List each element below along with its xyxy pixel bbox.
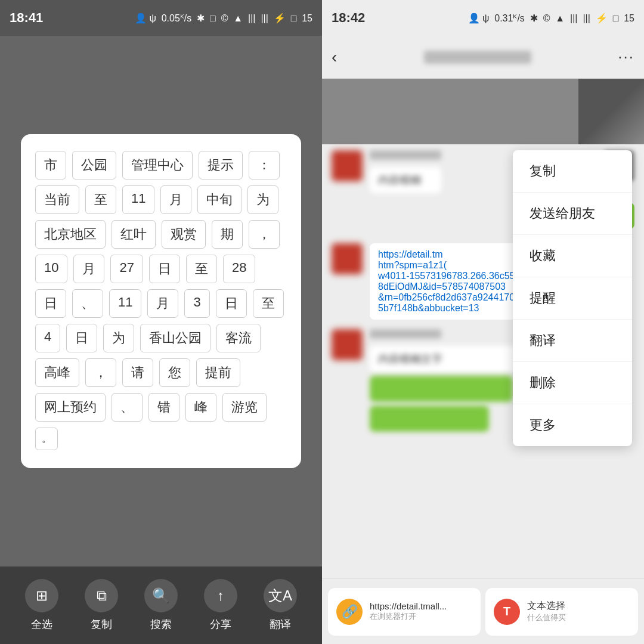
- toolbar-copy[interactable]: ⧉ 复制: [85, 579, 118, 631]
- select-all-icon[interactable]: ⊞: [25, 579, 58, 612]
- word-item[interactable]: 月: [147, 289, 178, 318]
- share-icon[interactable]: ↑: [204, 579, 237, 612]
- chat-title-blurred: [424, 51, 531, 64]
- word-item[interactable]: 4: [35, 324, 60, 352]
- word-item[interactable]: 27: [110, 255, 143, 283]
- word-item[interactable]: 日: [66, 324, 97, 352]
- word-item[interactable]: 北京地区: [35, 220, 106, 249]
- toolbar-select-all[interactable]: ⊞ 全选: [25, 579, 58, 631]
- word-item[interactable]: 28: [223, 255, 255, 283]
- text-select-button[interactable]: T 文本选择 什么值得买: [485, 588, 638, 636]
- context-menu-overlay: 复制 发送给朋友 收藏 提醒 翻译 删除 更多: [322, 79, 644, 578]
- text-icon: T: [494, 599, 520, 625]
- left-time: 18:41: [10, 10, 43, 26]
- chat-header: ‹ ···: [322, 36, 644, 79]
- word-item[interactable]: 10: [35, 255, 67, 283]
- word-item[interactable]: 您: [159, 358, 190, 387]
- word-item[interactable]: 游览: [222, 393, 267, 422]
- word-item[interactable]: 中旬: [197, 185, 242, 214]
- left-toolbar: ⊞ 全选 ⧉ 复制 🔍 搜索 ↑ 分享 文A 翻译: [0, 566, 322, 644]
- word-item[interactable]: 高峰: [35, 358, 79, 387]
- word-item[interactable]: 提前: [196, 358, 240, 387]
- word-item[interactable]: 网上预约: [35, 393, 106, 422]
- search-icon[interactable]: 🔍: [144, 579, 178, 612]
- left-panel: 18:41 👤 ψ 0.05ᴷ/s ✱ □ © ▲ ||| ||| ⚡ □ 15…: [0, 0, 322, 644]
- back-button[interactable]: ‹: [332, 48, 337, 67]
- copy-icon[interactable]: ⧉: [85, 579, 118, 612]
- link-url: https://detail.tmall...: [370, 601, 447, 611]
- translate-label: 翻译: [270, 617, 291, 631]
- word-item[interactable]: 管理中心: [122, 151, 193, 179]
- word-item[interactable]: ，: [85, 358, 116, 387]
- word-item[interactable]: 当前: [35, 185, 79, 214]
- context-menu-remind[interactable]: 提醒: [513, 277, 632, 320]
- word-item[interactable]: 峰: [185, 393, 216, 422]
- word-item[interactable]: 提示: [199, 151, 243, 179]
- word-item[interactable]: 观赏: [162, 220, 206, 249]
- context-menu: 复制 发送给朋友 收藏 提醒 翻译 删除 更多: [513, 150, 632, 446]
- more-button[interactable]: ···: [618, 48, 634, 66]
- context-menu-translate[interactable]: 翻译: [513, 320, 632, 362]
- search-label: 搜索: [150, 617, 172, 631]
- word-item[interactable]: 月: [73, 255, 104, 283]
- word-item[interactable]: 为: [247, 185, 278, 214]
- word-item[interactable]: 日: [216, 289, 247, 318]
- word-item[interactable]: 公园: [72, 151, 116, 179]
- text-sub: 什么值得买: [527, 612, 566, 623]
- toolbar-share[interactable]: ↑ 分享: [204, 579, 237, 631]
- context-menu-delete[interactable]: 删除: [513, 362, 632, 404]
- context-menu-copy[interactable]: 复制: [513, 150, 632, 193]
- open-in-browser-button[interactable]: 🔗 https://detail.tmall... 在浏览器打开: [328, 588, 481, 636]
- right-time: 18:42: [332, 10, 365, 26]
- word-item[interactable]: 月: [160, 185, 191, 214]
- toolbar-search[interactable]: 🔍 搜索: [144, 579, 178, 631]
- word-grid: 市 公园 管理中心 提示 ： 当前 至 11 月 中旬 为 北京地区 红叶 观赏…: [35, 151, 287, 450]
- copy-label: 复制: [91, 617, 112, 631]
- share-label: 分享: [210, 617, 231, 631]
- word-item[interactable]: 至: [186, 255, 217, 283]
- chat-title-area: [337, 51, 618, 64]
- word-item[interactable]: 香山公园: [140, 324, 210, 352]
- word-item[interactable]: 至: [85, 185, 116, 214]
- toolbar-translate[interactable]: 文A 翻译: [264, 579, 297, 631]
- word-item[interactable]: 11: [122, 185, 154, 214]
- word-item-dot[interactable]: 。: [35, 428, 58, 450]
- link-text-area: https://detail.tmall... 在浏览器打开: [370, 601, 472, 622]
- status-bar-right: 18:42 👤 ψ 0.31ᴷ/s ✱ © ▲ ||| ||| ⚡ □ 15: [322, 0, 644, 36]
- translate-icon[interactable]: 文A: [264, 579, 297, 612]
- right-panel: 18:42 👤 ψ 0.31ᴷ/s ✱ © ▲ ||| ||| ⚡ □ 15 ‹…: [322, 0, 644, 644]
- word-selection-card: 市 公园 管理中心 提示 ： 当前 至 11 月 中旬 为 北京地区 红叶 观赏…: [21, 134, 301, 468]
- word-item[interactable]: 、: [72, 289, 103, 318]
- select-all-label: 全选: [31, 617, 52, 631]
- link-icon: 🔗: [336, 599, 363, 625]
- word-item[interactable]: 期: [212, 220, 243, 249]
- status-bar-left: 18:41 👤 ψ 0.05ᴷ/s ✱ □ © ▲ ||| ||| ⚡ □ 15: [0, 0, 322, 36]
- word-item[interactable]: 、: [112, 393, 143, 422]
- word-item[interactable]: 红叶: [112, 220, 156, 249]
- word-item[interactable]: 为: [103, 324, 134, 352]
- word-item[interactable]: 请: [122, 358, 153, 387]
- right-status-icons: 👤 ψ 0.31ᴷ/s ✱ © ▲ ||| ||| ⚡ □ 15: [468, 13, 634, 24]
- word-item[interactable]: 错: [148, 393, 179, 422]
- context-menu-favorite[interactable]: 收藏: [513, 235, 632, 277]
- chat-bottom: 🔗 https://detail.tmall... 在浏览器打开 T 文本选择 …: [322, 578, 644, 644]
- word-item[interactable]: 11: [109, 289, 141, 318]
- left-content: 市 公园 管理中心 提示 ： 当前 至 11 月 中旬 为 北京地区 红叶 观赏…: [0, 36, 322, 566]
- word-item[interactable]: ，: [249, 220, 280, 249]
- word-item[interactable]: 3: [184, 289, 209, 318]
- context-menu-send[interactable]: 发送给朋友: [513, 193, 632, 235]
- word-item[interactable]: 至: [253, 289, 284, 318]
- word-item[interactable]: 日: [35, 289, 66, 318]
- word-item[interactable]: 市: [35, 151, 66, 179]
- word-item[interactable]: ：: [249, 151, 280, 179]
- left-status-icons: 👤 ψ 0.05ᴷ/s ✱ □ © ▲ ||| ||| ⚡ □ 15: [135, 13, 312, 24]
- word-item[interactable]: 客流: [216, 324, 261, 352]
- link-sub: 在浏览器打开: [370, 611, 472, 622]
- chat-body: 内容模糊 支... https://detail.tmhtm?spm=a1z1(…: [322, 79, 644, 578]
- context-menu-more[interactable]: 更多: [513, 404, 632, 446]
- word-item[interactable]: 日: [149, 255, 180, 283]
- text-label: 文本选择: [527, 600, 566, 612]
